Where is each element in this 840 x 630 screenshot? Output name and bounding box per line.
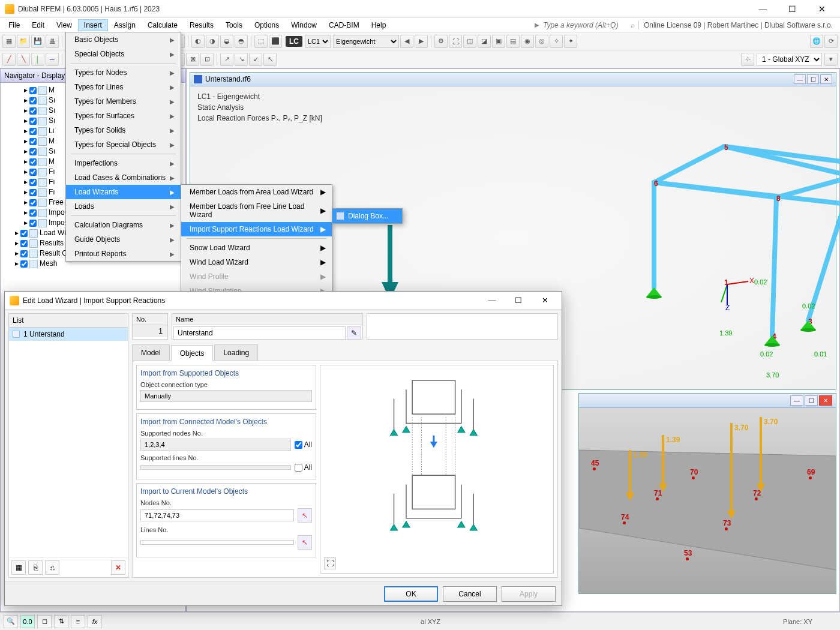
menu-item[interactable]: Types for Members▶ [66, 94, 181, 109]
status-btn-3[interactable]: ◻ [37, 615, 52, 628]
submenu-item[interactable]: Wind Profile▶ [181, 269, 332, 284]
list-delete-button[interactable]: ✕ [111, 560, 125, 575]
dialog-titlebar[interactable]: Edit Load Wizard | Import Support Reacti… [5, 292, 562, 310]
lines-no-input[interactable] [140, 540, 294, 545]
menu-item[interactable]: Types for Solids▶ [66, 123, 181, 137]
menu-window[interactable]: Window [285, 19, 323, 31]
close-button[interactable]: ✕ [808, 1, 835, 17]
menu-item[interactable]: Types for Special Objects▶ [66, 137, 181, 152]
nodes-pick-button[interactable]: ↖ [298, 508, 312, 523]
menu-insert[interactable]: Insert [78, 19, 108, 31]
node-label: 70 [690, 468, 698, 476]
supported-nodes-input[interactable]: 1,2,3,4 [140, 439, 291, 451]
tab-model[interactable]: Model [132, 344, 170, 361]
mdi-header[interactable]: Unterstand.rf6 — ☐ ✕ [190, 73, 836, 86]
lines-pick-button[interactable]: ↖ [298, 535, 312, 550]
menu-item[interactable]: Calculation Diagrams▶ [66, 218, 181, 232]
name-input[interactable] [173, 326, 346, 340]
status-btn-1[interactable]: 🔍 [4, 615, 18, 628]
menu-item[interactable]: Printout Reports▶ [66, 247, 181, 261]
node-label: 5 [724, 143, 728, 152]
status-btn-6[interactable]: fx [88, 615, 102, 628]
dialog-box-item[interactable]: Dialog Box... [332, 209, 402, 223]
node-label: 53 [684, 549, 692, 557]
mdi2-body[interactable]: 45706971727473531.391.393.703.70 [579, 408, 836, 593]
svg-line-11 [727, 281, 748, 284]
tab-objects[interactable]: Objects [171, 345, 214, 361]
mdi2-close-button[interactable]: ✕ [819, 395, 832, 406]
menu-item[interactable]: Special Objects▶ [66, 47, 181, 61]
svg-point-19 [764, 343, 780, 347]
tool-print[interactable]: 🖶 [46, 35, 59, 48]
status-btn-5[interactable]: ≡ [71, 615, 85, 628]
status-btn-4[interactable]: ⇅ [54, 615, 68, 628]
maximize-button[interactable]: ☐ [779, 1, 806, 17]
lc-name-select[interactable]: Eigengewicht [333, 35, 399, 48]
menu-help[interactable]: Help [365, 19, 392, 31]
ok-button[interactable]: OK [384, 586, 438, 602]
lc-number-select[interactable]: LC1 [305, 35, 331, 48]
supported-nodes-all[interactable]: All [295, 440, 312, 449]
tool-open[interactable]: 📁 [17, 35, 30, 48]
tab-loading[interactable]: Loading [214, 344, 258, 361]
menu-edit[interactable]: Edit [26, 19, 50, 31]
name-edit-button[interactable]: ✎ [347, 326, 361, 340]
submenu-item[interactable]: Snow Load Wizard▶ [181, 241, 332, 255]
mdi-max-button[interactable]: ☐ [807, 74, 819, 84]
menu-item[interactable]: Load Wizards▶ [66, 185, 181, 199]
menu-file[interactable]: File [2, 19, 26, 31]
dialog-min-button[interactable]: — [480, 293, 504, 308]
mdi2-max-button[interactable]: ☐ [805, 395, 818, 406]
submenu-item[interactable]: Import Support Reactions Load Wizard▶ [181, 222, 332, 236]
insert-menu-dropdown[interactable]: Basic Objects▶Special Objects▶Types for … [65, 32, 181, 262]
tool-new[interactable]: ▦ [2, 35, 16, 48]
nodes-no-input[interactable]: 71,72,74,73 [140, 509, 294, 521]
menu-calculate[interactable]: Calculate [142, 19, 184, 31]
menu-assign[interactable]: Assign [108, 19, 142, 31]
menu-item[interactable]: Guide Objects▶ [66, 232, 181, 247]
list-btn-2[interactable]: ⎘ [28, 560, 43, 575]
list-btn-3[interactable]: ⎌ [45, 560, 59, 575]
dialog-preview[interactable]: ⛶ [320, 365, 554, 574]
status-btn-2[interactable]: 0.0 [20, 615, 35, 628]
menu-item[interactable]: Basic Objects▶ [66, 32, 181, 47]
menu-cad-bim[interactable]: CAD-BIM [323, 19, 365, 31]
supported-lines-all[interactable]: All [295, 463, 312, 472]
connection-type-select[interactable]: Manually [140, 390, 312, 402]
list-btn-1[interactable]: ▦ [11, 560, 26, 575]
menu-results[interactable]: Results [184, 19, 220, 31]
list-item[interactable]: 1 Unterstand [9, 328, 128, 341]
minimize-button[interactable]: — [749, 1, 776, 17]
supported-lines-input[interactable] [140, 465, 291, 470]
load-wizards-submenu[interactable]: Member Loads from Area Load Wizard▶Membe… [181, 184, 332, 299]
menu-view[interactable]: View [50, 19, 78, 31]
import-reactions-submenu[interactable]: Dialog Box... [332, 208, 403, 224]
mdi-close-button[interactable]: ✕ [820, 74, 832, 84]
coord-icon[interactable]: ⊹ [741, 53, 754, 66]
preview-tool-button[interactable]: ⛶ [324, 557, 336, 569]
dialog-close-button[interactable]: ✕ [533, 293, 557, 308]
cancel-button[interactable]: Cancel [443, 586, 497, 602]
tool-save[interactable]: 💾 [31, 35, 44, 48]
mdi-min-button[interactable]: — [794, 74, 806, 84]
svg-text:3.70: 3.70 [764, 418, 778, 426]
apply-button[interactable]: Apply [502, 586, 556, 602]
axis-triad: X Z [718, 275, 754, 311]
mdi2-header[interactable]: — ☐ ✕ [579, 394, 836, 408]
menu-options[interactable]: Options [248, 19, 285, 31]
submenu-item[interactable]: Member Loads from Area Load Wizard▶ [181, 185, 332, 199]
submenu-item[interactable]: Wind Load Wizard▶ [181, 255, 332, 269]
menu-item[interactable]: Load Cases & Combinations▶ [66, 170, 181, 185]
menu-item[interactable]: Loads▶ [66, 199, 181, 214]
coord-select[interactable]: 1 - Global XYZ [757, 53, 822, 66]
dialog-max-button[interactable]: ☐ [506, 293, 530, 308]
keyword-input[interactable] [543, 21, 627, 29]
menu-tools[interactable]: Tools [220, 19, 248, 31]
mdi2-min-button[interactable]: — [790, 395, 803, 406]
menu-item[interactable]: Types for Lines▶ [66, 80, 181, 94]
force-label: 0.02 [754, 278, 767, 286]
menu-item[interactable]: Types for Nodes▶ [66, 65, 181, 80]
menu-item[interactable]: Imperfections▶ [66, 156, 181, 170]
submenu-item[interactable]: Member Loads from Free Line Load Wizard▶ [181, 199, 332, 222]
menu-item[interactable]: Types for Surfaces▶ [66, 109, 181, 123]
